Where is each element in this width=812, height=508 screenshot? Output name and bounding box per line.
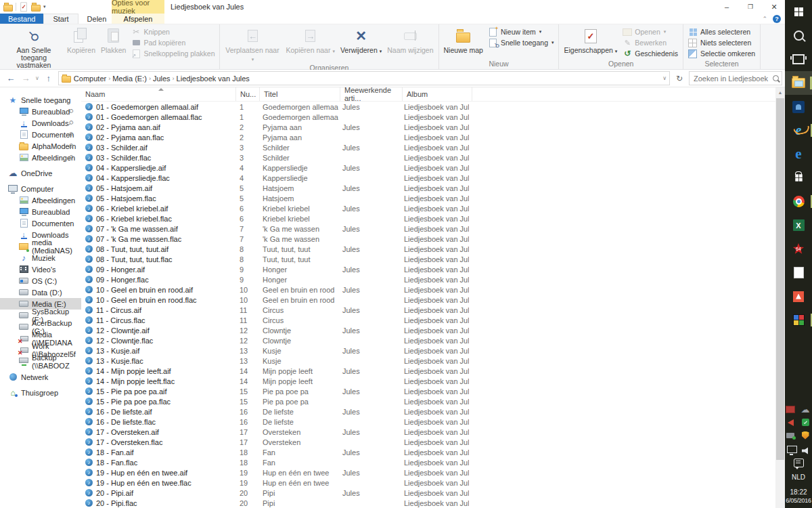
file-row[interactable]: 19 - Hup en één en twee.flac19Hup en één… [81,478,785,488]
file-row[interactable]: 03 - Schilder.aif3SchilderJulesLiedjesbo… [81,142,785,152]
file-row[interactable]: 16 - De liefste.flac16De liefsteLiedjesb… [81,417,785,427]
search-input[interactable] [692,74,770,83]
file-row[interactable]: 01 - Goedemorgen allemaal.flac1Goedemorg… [81,112,785,122]
language-indicator[interactable]: NLD [792,473,805,481]
file-row[interactable]: 20 - Pipi.aif20PipiJulesLiedjesboek van … [81,488,785,498]
new-folder-qat-icon[interactable] [31,2,41,12]
file-row[interactable]: 10 - Geel en bruin en rood.flac10Geel en… [81,295,785,305]
file-row[interactable]: 16 - De liefste.aif16De liefsteJulesLied… [81,406,785,417]
vertical-scrollbar[interactable]: ▲ [775,87,785,508]
eigenschappen-button[interactable]: Eigenschappen ▾ [561,25,620,55]
alles-selecteren-button[interactable]: Alles selecteren [685,26,758,37]
sidebar-item-alphamodern[interactable]: AlphaModern⚲ [0,140,81,152]
file-row[interactable]: 19 - Hup en één en twee.aif19Hup en één … [81,467,785,478]
refresh-icon[interactable]: ↻ [674,74,685,83]
sidebar-item-video-s[interactable]: Video's [0,263,81,275]
file-row[interactable]: 02 - Pyjama aan.flac2Pyjama aanLiedjesbo… [81,132,785,142]
tray-sync-icon[interactable] [800,418,810,427]
back-button[interactable]: ← [5,73,16,83]
tray-security-icon[interactable] [800,431,810,440]
kbc-app-button[interactable] [785,95,812,119]
tab-afspelen[interactable]: Afspelen [112,14,164,24]
clock[interactable]: 18:22 6/05/2016 [786,488,811,505]
file-row[interactable]: 06 - Kriebel kriebel.aif6Kriebel kriebel… [81,203,785,213]
file-row[interactable]: 15 - Pie pa poe pa.aif15Pie pa poe paJul… [81,386,785,396]
verwijderen-button[interactable]: Verwijderen ▾ [338,25,384,55]
file-row[interactable]: 10 - Geel en bruin en rood.aif10Geel en … [81,284,785,295]
collapse-ribbon-icon[interactable]: ⌃ [762,16,767,22]
sidebar-item-downloads[interactable]: Downloads⚲ [0,117,81,129]
recent-locations-icon[interactable]: ∨ [35,75,39,81]
close-button[interactable]: ✕ [763,0,785,14]
sidebar-section-computer[interactable]: Computer [0,183,81,194]
sidebar-section-thuisgroep[interactable]: Thuisgroep [0,387,81,398]
tray-vlc-icon[interactable] [786,418,795,427]
column-header-meewerkende-arti[interactable]: Meewerkende arti... [340,87,403,101]
file-explorer-button[interactable] [785,71,812,95]
sidebar-item-muziek[interactable]: Muziek [0,252,81,263]
pdf-app-button[interactable] [785,284,812,308]
chrome-button[interactable] [785,190,812,213]
explorer-icon[interactable] [3,2,13,12]
file-row[interactable]: 17 - Oversteken.aif17OverstekenJulesLied… [81,427,785,437]
starburst-64-app-button[interactable]: 64 [785,237,812,261]
start-button[interactable] [785,0,812,24]
sidebar-item-documenten[interactable]: Documenten [0,217,81,229]
store-button[interactable] [785,166,812,190]
sidebar-item-bureaublad[interactable]: Bureaublad [0,206,81,217]
sidebar-item-bureaublad[interactable]: Bureaublad⚲ [0,106,81,117]
task-view-button[interactable] [785,47,812,71]
sidebar-section-onedrive[interactable]: OneDrive [0,167,81,179]
file-row[interactable]: 17 - Oversteken.flac17OverstekenLiedjesb… [81,437,785,447]
sidebar-item-documenten[interactable]: Documenten⚲ [0,129,81,140]
qat-customize-icon[interactable]: ▾ [43,4,46,9]
column-header-naam[interactable]: Naam [81,87,236,101]
nieuwe-map-button[interactable]: Nieuwe map [441,25,486,54]
breadcrumb-item-liedjesboek-van-jules[interactable]: Liedjesboek van Jules [177,75,250,83]
help-icon[interactable]: ? [773,15,781,23]
tray-nas-icon[interactable] [786,405,795,414]
file-row[interactable]: 09 - Honger.aif9HongerJulesLiedjesboek v… [81,264,785,274]
nieuw-item-button[interactable]: Nieuw item▾ [486,26,557,37]
geschiedenis-button[interactable]: Geschiedenis [620,48,681,59]
file-row[interactable]: 20 - Pipi.flac20PipiLiedjesboek van Jule… [81,498,785,508]
address-dropdown-icon[interactable]: ∨ [662,75,667,81]
file-row[interactable]: 12 - Clowntje.aif12ClowntjeJulesLiedjesb… [81,325,785,335]
sidebar-section-netwerk[interactable]: Netwerk [0,371,81,383]
sidebar-item-os-c[interactable]: OS (C:) [0,275,81,287]
file-row[interactable]: 13 - Kusje.flac13KusjeLiedjesboek van Ju… [81,356,785,366]
file-row[interactable]: 14 - Mijn popje leeft.aif14Mijn popje le… [81,366,785,376]
aan-snelle-toegang-vastmaken-button[interactable]: Aan Snelle toegang vastmaken [3,25,64,69]
snelle-toegang-button[interactable]: Snelle toegang▾ [486,37,557,48]
scroll-up-arrow[interactable]: ▲ [775,87,785,97]
up-button[interactable]: ↑ [43,73,54,83]
file-row[interactable]: 03 - Schilder.flac3SchilderLiedjesboek v… [81,152,785,163]
file-row[interactable]: 11 - Circus.aif11CircusJulesLiedjesboek … [81,305,785,315]
file-row[interactable]: 08 - Tuut, tuut, tuut.aif8Tuut, tuut, tu… [81,244,785,254]
tab-delen[interactable]: Delen [78,14,116,24]
breadcrumb-item-jules[interactable]: Jules [153,75,171,83]
tab-start[interactable]: Start [43,14,78,24]
excel-button[interactable]: X [785,213,812,237]
sidebar-item-media-medianas[interactable]: media (MediaNAS) [0,240,81,252]
tray-usb-icon[interactable] [786,431,795,440]
sidebar-item-data-d[interactable]: Data (D:) [0,287,81,298]
edge-button[interactable]: e [785,142,812,166]
file-row[interactable]: 11 - Circus.flac11CircusLiedjesboek van … [81,315,785,325]
breadcrumb-item-computer[interactable]: Computer [74,75,106,83]
address-box[interactable]: Computer›Media (E:)›Jules›Liedjesboek va… [58,71,670,85]
column-header-album[interactable]: Album [403,87,472,101]
tab-bestand[interactable]: Bestand [0,14,43,24]
forward-button[interactable]: → [20,73,31,83]
column-header-titel[interactable]: Titel [260,87,340,101]
minimize-button[interactable]: – [716,0,738,14]
scrollbar-thumb[interactable] [776,98,784,460]
sidebar-item-afbeeldingen[interactable]: Afbeeldingen [0,194,81,206]
file-row[interactable]: 14 - Mijn popje leeft.flac14Mijn popje l… [81,376,785,386]
selectie-omkeren-button[interactable]: Selectie omkeren [685,48,758,59]
display-icon[interactable] [787,446,797,453]
file-row[interactable]: 07 - 'k Ga me wassen.flac7'k Ga me wasse… [81,234,785,244]
file-row[interactable]: 02 - Pyjama aan.aif2Pyjama aanJulesLiedj… [81,122,785,132]
search-box[interactable] [689,71,782,85]
action-center-icon[interactable] [794,459,804,467]
